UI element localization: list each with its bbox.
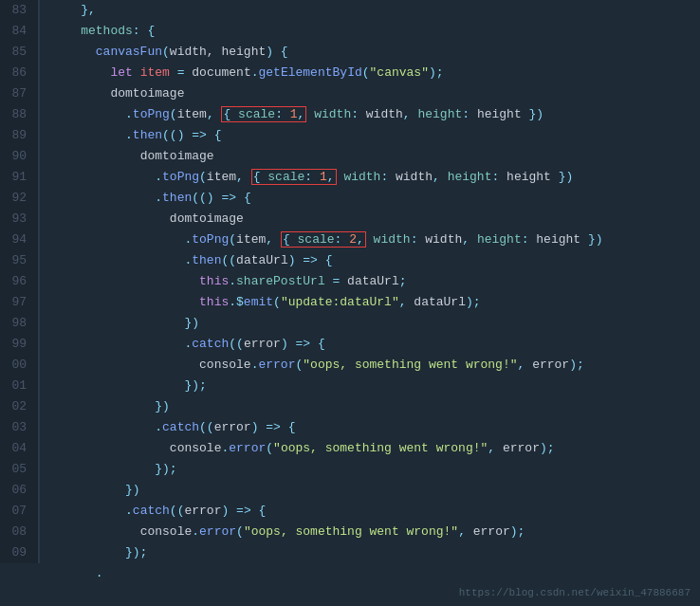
line-num-03: 03 [0,417,40,438]
code-line-last: . [0,563,700,584]
code-line-91: 91 .toPng(item, { scale: 1, width: width… [0,167,700,188]
line-num-07: 07 [0,501,40,522]
line-num-05: 05 [0,459,40,480]
code-line-04: 04 console.error("oops, something went w… [0,438,700,459]
line-num-86: 86 [0,63,40,83]
code-line-08: 08 console.error("oops, something went w… [0,522,700,542]
line-num-94: 94 [0,230,40,250]
code-line-96: 96 this.sharePostUrl = dataUrl; [0,271,700,292]
line-content-96: this.sharePostUrl = dataUrl; [40,271,700,292]
code-line-90: 90 domtoimage [0,146,700,167]
line-content-89: .then(() => { [40,125,700,146]
line-content-04: console.error("oops, something went wron… [40,438,700,459]
line-num-89: 89 [0,125,40,146]
code-line-86: 86 let item = document.getElementById("c… [0,63,700,83]
line-content-98: }) [40,313,700,334]
line-num-97: 97 [0,292,40,313]
line-content-85: canvasFun(width, height) { [40,42,700,63]
line-num-95: 95 [0,250,40,271]
line-num-01: 01 [0,376,40,396]
line-num-00: 00 [0,355,40,376]
line-content-06: }) [40,480,700,501]
code-line-06: 06 }) [0,480,700,501]
line-num-08: 08 [0,522,40,542]
code-editor: 83 }, 84 methods: { 85 canvasFun(width, … [0,0,700,606]
code-line-87: 87 domtoimage [0,83,700,104]
line-content-09: }); [40,542,700,563]
code-line-00: 00 console.error("oops, something went w… [0,355,700,376]
code-line-02: 02 }) [0,396,700,417]
code-line-01: 01 }); [0,376,700,396]
line-content-03: .catch((error) => { [40,417,700,438]
code-line-88: 88 .toPng(item, { scale: 1, width: width… [0,104,700,125]
line-content-05: }); [40,459,700,480]
line-content-92: .then(() => { [40,188,700,209]
line-num-91: 91 [0,167,40,188]
code-line-85: 85 canvasFun(width, height) { [0,42,700,63]
line-content-90: domtoimage [40,146,700,167]
code-line-09: 09 }); [0,542,700,563]
line-content-02: }) [40,396,700,417]
line-content-07: .catch((error) => { [40,501,700,522]
line-content-01: }); [40,376,700,396]
line-content-last: . [40,563,700,584]
line-content-08: console.error("oops, something went wron… [40,522,700,542]
line-content-86: let item = document.getElementById("canv… [40,63,700,83]
code-line-84: 84 methods: { [0,21,700,42]
line-num-84: 84 [0,21,40,42]
line-num-06: 06 [0,480,40,501]
code-line-07: 07 .catch((error) => { [0,501,700,522]
line-num-83: 83 [0,0,40,21]
code-line-92: 92 .then(() => { [0,188,700,209]
line-num-96: 96 [0,271,40,292]
line-num-87: 87 [0,83,40,104]
line-num-93: 93 [0,209,40,230]
code-line-03: 03 .catch((error) => { [0,417,700,438]
line-num-85: 85 [0,42,40,63]
code-line-83: 83 }, [0,0,700,21]
line-content-93: domtoimage [40,209,700,230]
code-line-99: 99 .catch((error) => { [0,334,700,355]
line-num-98: 98 [0,313,40,334]
line-content-95: .then((dataUrl) => { [40,250,700,271]
line-num-88: 88 [0,104,40,125]
line-content-87: domtoimage [40,83,700,104]
line-num-92: 92 [0,188,40,209]
line-content-00: console.error("oops, something went wron… [40,355,700,376]
code-line-94: 94 .toPng(item, { scale: 2, width: width… [0,230,700,250]
line-num-09: 09 [0,542,40,563]
line-content-84: methods: { [40,21,700,42]
line-content-83: }, [40,0,700,21]
line-num-99: 99 [0,334,40,355]
line-num-90: 90 [0,146,40,167]
code-line-05: 05 }); [0,459,700,480]
line-content-97: this.$emit("update:dataUrl", dataUrl); [40,292,700,313]
line-num-02: 02 [0,396,40,417]
line-content-88: .toPng(item, { scale: 1, width: width, h… [40,104,700,125]
code-line-97: 97 this.$emit("update:dataUrl", dataUrl)… [0,292,700,313]
line-num-04: 04 [0,438,40,459]
line-content-99: .catch((error) => { [40,334,700,355]
line-content-94: .toPng(item, { scale: 2, width: width, h… [40,230,700,250]
code-line-93: 93 domtoimage [0,209,700,230]
code-line-95: 95 .then((dataUrl) => { [0,250,700,271]
watermark: https://blog.csdn.net/weixin_47886687 [459,587,691,598]
code-line-89: 89 .then(() => { [0,125,700,146]
line-content-91: .toPng(item, { scale: 1, width: width, h… [40,167,700,188]
code-line-98: 98 }) [0,313,700,334]
